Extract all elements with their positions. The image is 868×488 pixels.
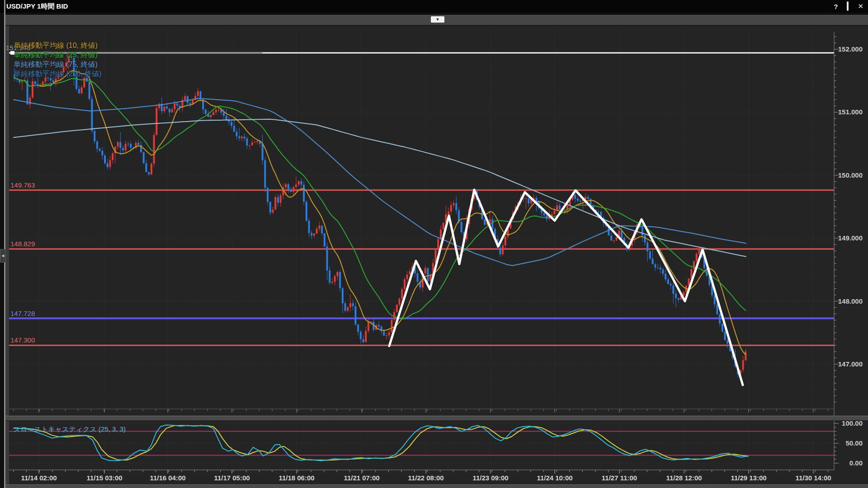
svg-text:11/15 03:00: 11/15 03:00 [86, 474, 122, 482]
svg-text:148.829: 148.829 [10, 240, 35, 248]
legend-item-ma75: 単純移動平均線 (75, 終値) [14, 60, 102, 69]
chevron-down-icon: ▼ [436, 17, 440, 22]
svg-text:50.00: 50.00 [845, 439, 863, 447]
legend-item-ma10: 単純移動平均線 (10, 終値) [14, 41, 102, 50]
svg-text:11/30 14:00: 11/30 14:00 [795, 474, 831, 482]
svg-text:11/18 06:00: 11/18 06:00 [278, 474, 314, 482]
close-button[interactable]: ✕ [858, 2, 863, 10]
stochastics-label: スローストキャスティクス (25, 3, 3) [14, 425, 126, 434]
price-level-lines[interactable]: 151.943149.763148.829147.728147.300 [6, 44, 834, 345]
help-button[interactable]: ? [834, 3, 838, 10]
svg-text:147.000: 147.000 [838, 360, 863, 368]
svg-text:150.000: 150.000 [838, 171, 863, 179]
ma-lines [14, 71, 746, 355]
price-level-line-149.763[interactable]: 149.763 [9, 181, 834, 190]
svg-text:152.000: 152.000 [838, 45, 863, 53]
svg-text:11/16 04:00: 11/16 04:00 [150, 474, 185, 482]
stochastics-layer [9, 425, 834, 461]
svg-text:11/23 09:00: 11/23 09:00 [472, 474, 508, 482]
window-splitter[interactable] [4, 0, 5, 488]
svg-text:0.00: 0.00 [849, 459, 863, 467]
svg-text:11/24 10:00: 11/24 10:00 [537, 474, 572, 482]
svg-text:11/21 07:00: 11/21 07:00 [344, 474, 379, 482]
title-bar: USD/JPY 1時間 BID [0, 0, 868, 13]
sidebar-expand-tab[interactable]: ◄ [0, 249, 6, 263]
panel-divider[interactable] [5, 416, 868, 421]
window-title: USD/JPY 1時間 BID [6, 0, 68, 13]
svg-text:147.300: 147.300 [10, 336, 35, 344]
window-buttons: ? ✕ [834, 0, 863, 13]
svg-text:11/17 05:00: 11/17 05:00 [214, 474, 250, 482]
toolbar-collapse-button[interactable]: ▼ [431, 16, 444, 23]
trend-zigzag-drawing[interactable] [389, 190, 743, 385]
window-bottom-edge [5, 484, 868, 488]
price-level-line-147.728[interactable]: 147.728 [9, 310, 834, 319]
svg-text:11/22 08:00: 11/22 08:00 [408, 474, 443, 482]
svg-text:151.000: 151.000 [838, 108, 863, 116]
svg-text:149.763: 149.763 [10, 181, 35, 189]
grid-layer [9, 32, 834, 470]
axes-layer [9, 32, 839, 474]
svg-text:149.000: 149.000 [838, 234, 863, 242]
legend-item-ma200: 単純移動平均線 (200, 終値) [14, 69, 102, 79]
svg-text:148.000: 148.000 [838, 297, 863, 305]
ma-legend: 単純移動平均線 (10, 終値)単純移動平均線 (25, 終値)単純移動平均線 … [14, 41, 102, 79]
legend-item-ma25: 単純移動平均線 (25, 終値) [14, 50, 102, 60]
price-level-line-148.829[interactable]: 148.829 [9, 240, 834, 249]
chart-window: USD/JPY 1時間 BID ? ✕ ▼ ◄ 151.943149.76314… [0, 0, 868, 488]
price-level-line-147.300[interactable]: 147.300 [9, 336, 834, 345]
maximize-icon [847, 1, 849, 11]
maximize-button[interactable] [847, 2, 849, 10]
svg-text:11/28 12:00: 11/28 12:00 [666, 474, 702, 482]
svg-text:11/14 02:00: 11/14 02:00 [21, 474, 57, 482]
svg-text:11/29 13:00: 11/29 13:00 [731, 474, 766, 482]
svg-text:147.728: 147.728 [10, 310, 35, 317]
svg-text:11/27 11:00: 11/27 11:00 [602, 474, 637, 482]
candles-layer [14, 54, 746, 377]
chart-svg: 151.943149.763148.829147.728147.300152.0… [0, 0, 868, 488]
chevron-left-icon: ◄ [1, 253, 5, 258]
